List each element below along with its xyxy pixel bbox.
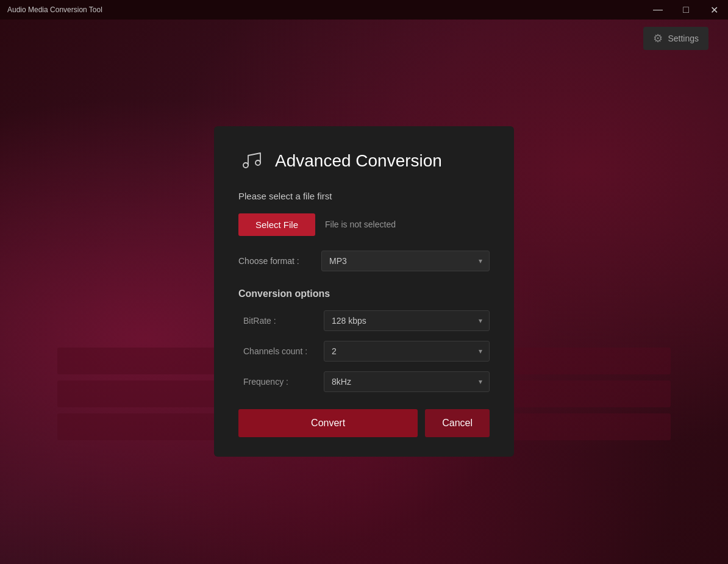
bitrate-select[interactable]: 64 kbps 128 kbps 192 kbps 256 kbps 320 k… [324, 310, 490, 331]
window-controls: — □ ✕ [644, 0, 728, 20]
frequency-label: Frequency : [238, 377, 324, 387]
channels-select-wrapper: 1 2 4 6 ▾ [324, 341, 490, 362]
channels-select[interactable]: 1 2 4 6 [324, 341, 490, 362]
file-status: File is not selected [325, 220, 396, 229]
bitrate-select-wrapper: 64 kbps 128 kbps 192 kbps 256 kbps 320 k… [324, 310, 490, 331]
app-title: Audio Media Conversion Tool [0, 5, 102, 14]
channels-row: Channels count : 1 2 4 6 ▾ [238, 341, 490, 362]
format-row: Choose format : MP3 WAV FLAC AAC OGG ▾ [238, 251, 490, 271]
close-button[interactable]: ✕ [700, 0, 728, 20]
modal-title: Advanced Conversion [275, 151, 442, 171]
modal-footer: Convert Cancel [238, 409, 490, 437]
conversion-options-section: Conversion options BitRate : 64 kbps 128… [238, 288, 490, 392]
select-file-row: Select File File is not selected [238, 213, 490, 236]
svg-point-1 [255, 160, 260, 165]
titlebar: Audio Media Conversion Tool — □ ✕ [0, 0, 728, 20]
select-notice: Please select a file first [238, 191, 490, 201]
modal-header: Advanced Conversion [238, 146, 490, 176]
svg-point-0 [243, 163, 248, 168]
cancel-button[interactable]: Cancel [425, 409, 490, 437]
select-file-button[interactable]: Select File [238, 213, 315, 236]
bitrate-label: BitRate : [238, 316, 324, 326]
frequency-select[interactable]: 8kHz 16kHz 22kHz 44kHz 48kHz [324, 371, 490, 392]
modal-dialog: Advanced Conversion Please select a file… [214, 126, 514, 457]
frequency-select-wrapper: 8kHz 16kHz 22kHz 44kHz 48kHz ▾ [324, 371, 490, 392]
conversion-options-title: Conversion options [238, 288, 490, 299]
format-select[interactable]: MP3 WAV FLAC AAC OGG [321, 251, 490, 271]
minimize-button[interactable]: — [644, 0, 672, 20]
format-label: Choose format : [238, 256, 312, 266]
modal-overlay: Advanced Conversion Please select a file… [0, 0, 728, 564]
format-select-wrapper: MP3 WAV FLAC AAC OGG ▾ [321, 251, 490, 271]
frequency-row: Frequency : 8kHz 16kHz 22kHz 44kHz 48kHz… [238, 371, 490, 392]
channels-label: Channels count : [238, 346, 324, 356]
bitrate-row: BitRate : 64 kbps 128 kbps 192 kbps 256 … [238, 310, 490, 331]
maximize-button[interactable]: □ [672, 0, 700, 20]
music-note-icon [238, 146, 265, 176]
convert-button[interactable]: Convert [238, 409, 418, 437]
